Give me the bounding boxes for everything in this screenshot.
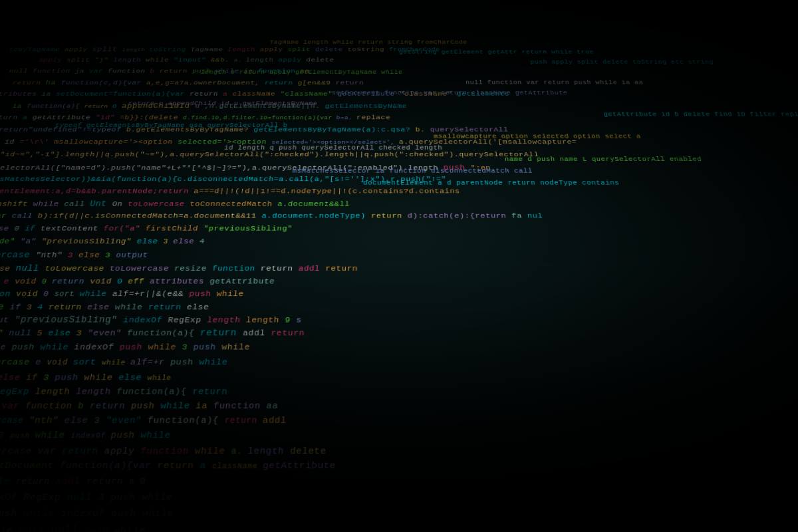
extra-code-line-0: TagName length while return string fromC… [269,39,467,46]
code-line-4: return ha function(c,d){var a,e,g=a7a.ow… [11,79,364,88]
code-line-35: testList null 3 indexOf RegExp null 3 pu… [0,491,174,505]
code-line-14: unshift while call Unt On toLowercase to… [0,200,350,210]
extra-code-line-7: getAttribute id b delete find ID filter … [603,111,798,118]
code-line-33: attributes ia setDocument function(a){va… [0,460,336,473]
code-line-36: testList null 3 push while indexOf push … [0,507,175,521]
extra-code-line-5: setDocument function var return classNam… [332,90,569,97]
code-line-23: test output "previousSibling" indexOf Re… [0,315,302,327]
code-line-37: null 3 null push while null null push wh… [0,523,146,532]
code-layer: toByTagName apply split length toString … [0,37,798,532]
extra-code-line-13: documentElement a d parentNode return no… [363,180,620,188]
extra-code-line-6: return o appendChild id u getElementsByN… [128,100,318,108]
code-line-22: slice 0 else if 3 4 return else while re… [0,302,209,314]
code-line-13: documentElement:a,d=b&&b.parentNode;retu… [0,187,460,196]
code-line-18: toLowercase "nth" 3 else 3 output [0,250,149,261]
code-line-29: function ja var function b return push w… [0,400,279,413]
extra-code-line-9: msallowcapture option selected option se… [434,133,642,141]
code-line-20: function e void 0 return void 0 eff attr… [0,277,275,287]
extra-code-line-11: name d push name L querySelectorAll enab… [505,156,703,164]
code-line-2: apply split "j" length while "input" &&b… [37,57,334,65]
code-line-31: testList null 3 push while indexOf push … [0,430,172,442]
code-background: toByTagName apply split length toString … [0,0,798,532]
extra-code-line-4: null function var return push while ia a… [466,79,644,86]
extra-code-line-10: id length q push querySelectorAll checke… [223,144,442,152]
code-line-15: try var call b):if(d||c.isConnectedMatch… [0,211,543,221]
code-line-24: return "nth" null 5 else 3 "even" functi… [0,327,305,339]
code-line-26: function toLowercase e void sort while a… [0,357,228,369]
code-line-27: else 4 slice else if 3 push while else w… [0,372,172,384]
extra-code-line-8: typeof getElementsByByTagName qsa queryS… [54,122,288,130]
code-line-30: function toLowercase "nth" else 3 "even"… [0,415,287,428]
code-line-34: null 3 push while return addl return 0 0 [0,475,147,489]
extra-code-line-3: length 9 return apply getElementByTagNam… [200,69,403,76]
extra-code-line-12: msMatchesSelector ia function disconnect… [292,168,533,176]
code-line-32: function ja toLowercase var return apply… [0,444,327,458]
code-line-21: function void 0 sort while alf=+r||&(e&&… [0,289,245,300]
code-line-25: toLowercase push while indexOf push whil… [0,342,251,353]
extra-code-line-2: push apply split delete toString etc str… [530,59,715,66]
code-line-28: output "index" RegExp length length func… [0,386,228,398]
code-line-17: "parentNode" "a" "previousSibling" else … [0,237,205,247]
code-line-7: return a getAttribute "id" =b}}:(delete … [0,114,390,122]
code-line-1: toByTagName apply split length toString … [8,46,440,54]
extra-code-line-1: getString getElement getAttr return whil… [399,49,595,56]
code-line-19: toLowercase null toLowercase toLowercase… [0,263,358,275]
code-line-16: erCase 0 if textContent for("a" firstChi… [0,224,293,234]
